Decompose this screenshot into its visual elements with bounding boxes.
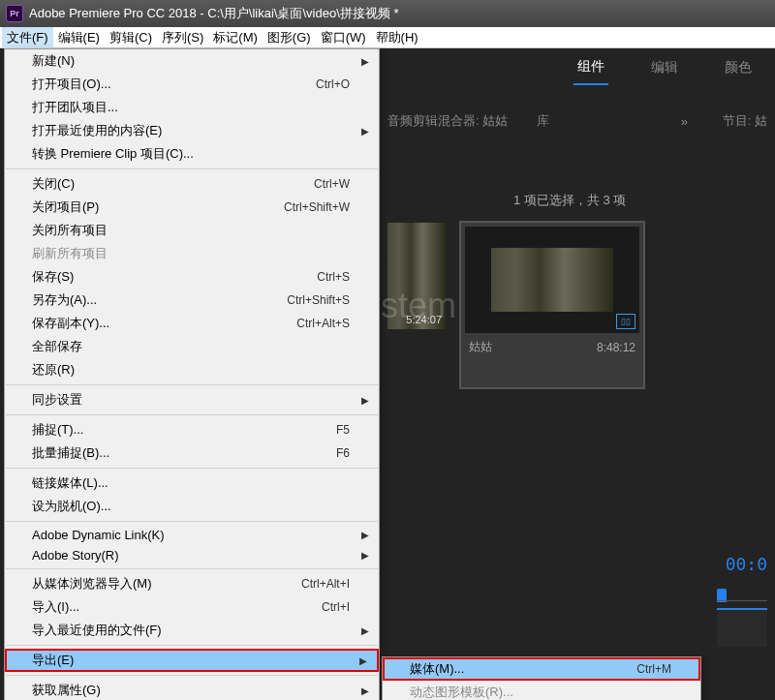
file-menu-item[interactable]: 打开项目(O)...Ctrl+O xyxy=(5,73,379,96)
thumbnail-name: 姑姑 xyxy=(469,339,492,355)
app-icon: Pr xyxy=(6,5,23,22)
menu-shortcut: Ctrl+Alt+S xyxy=(296,317,350,330)
menu-separator xyxy=(6,168,378,169)
menu-separator xyxy=(6,645,378,646)
file-menu-item[interactable]: 关闭所有项目 xyxy=(5,219,379,242)
file-menu-item[interactable]: 打开最近使用的内容(E)▶ xyxy=(5,119,379,142)
timeline-ruler[interactable] xyxy=(717,589,767,602)
panel-tab-overflow[interactable]: » xyxy=(681,114,688,129)
workspace-tab-assembly[interactable]: 组件 xyxy=(574,50,608,85)
menu-shortcut: F6 xyxy=(336,446,350,460)
menu-file[interactable]: 文件(F) xyxy=(2,27,53,48)
thumbnail-meta: 姑姑 8:48:12 xyxy=(465,333,639,355)
submenu-arrow-icon: ▶ xyxy=(361,530,369,540)
file-menu-item[interactable]: 同步设置▶ xyxy=(5,388,379,411)
menu-shortcut: Ctrl+O xyxy=(316,77,350,91)
submenu-arrow-icon: ▶ xyxy=(361,56,369,67)
panel-tab-library[interactable]: 库 xyxy=(537,112,549,130)
file-menu-item[interactable]: 全部保存 xyxy=(5,335,379,358)
menu-item-label: 动态图形模板(R)... xyxy=(410,684,513,700)
file-menu-item[interactable]: 导入最近使用的文件(F)▶ xyxy=(5,619,379,642)
menu-clip[interactable]: 剪辑(C) xyxy=(105,27,157,48)
workspace-tabs: 组件 编辑 颜色 xyxy=(380,48,775,87)
program-timecode[interactable]: 00:0 xyxy=(726,554,767,574)
workspace-tab-editing[interactable]: 编辑 xyxy=(647,51,682,84)
menu-item-label: 设为脱机(O)... xyxy=(32,498,111,515)
workspace-tab-color[interactable]: 颜色 xyxy=(721,51,756,84)
file-menu-item[interactable]: 链接媒体(L)... xyxy=(5,472,379,495)
menu-edit[interactable]: 编辑(E) xyxy=(53,27,105,48)
panel-tab-program[interactable]: 节目: 姑 xyxy=(723,112,767,130)
submenu-arrow-icon: ▶ xyxy=(361,685,369,696)
menu-shortcut: Ctrl+M xyxy=(636,662,671,676)
menu-item-label: 转换 Premiere Clip 项目(C)... xyxy=(32,145,194,163)
menu-separator xyxy=(6,521,378,522)
file-menu-dropdown: 新建(N)▶打开项目(O)...Ctrl+O打开团队项目...打开最近使用的内容… xyxy=(4,48,380,700)
file-menu-item[interactable]: 获取属性(G)▶ xyxy=(5,679,379,700)
menu-marker[interactable]: 标记(M) xyxy=(208,27,263,48)
menu-item-label: 打开团队项目... xyxy=(32,99,118,116)
selection-status: 1 项已选择，共 3 项 xyxy=(513,192,626,209)
menu-item-label: Adobe Story(R) xyxy=(32,548,119,563)
menu-item-label: 打开项目(O)... xyxy=(32,76,111,93)
file-menu-item[interactable]: 打开团队项目... xyxy=(5,96,379,119)
file-menu-item[interactable]: 还原(R) xyxy=(5,358,379,381)
export-submenu: 媒体(M)...Ctrl+M动态图形模板(R)... xyxy=(382,656,701,700)
menu-item-label: 关闭所有项目 xyxy=(32,222,108,239)
menu-separator xyxy=(6,384,378,385)
menu-item-label: 媒体(M)... xyxy=(410,660,464,678)
menu-separator xyxy=(6,468,378,469)
menu-item-label: 导入最近使用的文件(F) xyxy=(32,622,162,639)
thumbnail-item-selected[interactable]: ▯▯ 姑姑 8:48:12 xyxy=(461,223,643,387)
export-menu-item[interactable]: 媒体(M)...Ctrl+M xyxy=(383,657,700,681)
submenu-arrow-icon: ▶ xyxy=(361,625,369,636)
file-menu-item[interactable]: 保存副本(Y)...Ctrl+Alt+S xyxy=(5,312,379,335)
window-title: Adobe Premiere Pro CC 2018 - C:\用户\likai… xyxy=(29,5,398,22)
file-menu-item[interactable]: Adobe Story(R)▶ xyxy=(5,545,379,565)
submenu-arrow-icon: ▶ xyxy=(361,126,369,137)
file-menu-item[interactable]: 批量捕捉(B)...F6 xyxy=(5,441,379,465)
menu-item-label: 导入(I)... xyxy=(32,598,79,616)
file-menu-item[interactable]: 捕捉(T)...F5 xyxy=(5,418,379,441)
menu-item-label: 保存副本(Y)... xyxy=(32,315,109,332)
menu-item-label: 关闭(C) xyxy=(32,175,75,193)
file-menu-item[interactable]: 新建(N)▶ xyxy=(5,49,379,73)
menu-item-label: 导出(E) xyxy=(32,652,74,669)
menu-separator xyxy=(6,675,378,676)
menu-item-label: 打开最近使用的内容(E) xyxy=(32,122,162,139)
file-menu-item[interactable]: Adobe Dynamic Link(K)▶ xyxy=(5,525,379,545)
menubar: 文件(F) 编辑(E) 剪辑(C) 序列(S) 标记(M) 图形(G) 窗口(W… xyxy=(0,27,775,48)
thumbnail-image: 5:24:07 xyxy=(388,223,446,329)
file-menu-item[interactable]: 从媒体浏览器导入(M)Ctrl+Alt+I xyxy=(5,572,379,595)
file-menu-item[interactable]: 导入(I)...Ctrl+I xyxy=(5,595,379,619)
file-menu-item[interactable]: 关闭项目(P)Ctrl+Shift+W xyxy=(5,196,379,219)
menu-window[interactable]: 窗口(W) xyxy=(316,27,371,48)
menu-graphics[interactable]: 图形(G) xyxy=(263,27,316,48)
panel-tab-audio-mixer[interactable]: 音频剪辑混合器: 姑姑 xyxy=(388,112,508,130)
file-menu-item[interactable]: 导出(E)▶ xyxy=(5,649,379,672)
file-menu-item[interactable]: 另存为(A)...Ctrl+Shift+S xyxy=(5,289,379,312)
file-menu-item[interactable]: 关闭(C)Ctrl+W xyxy=(5,172,379,196)
file-menu-item[interactable]: 设为脱机(O)... xyxy=(5,495,379,518)
menu-item-label: 还原(R) xyxy=(32,361,75,379)
menu-shortcut: Ctrl+S xyxy=(317,270,350,284)
menu-help[interactable]: 帮助(H) xyxy=(371,27,423,48)
submenu-arrow-icon: ▶ xyxy=(359,655,367,666)
timeline-area[interactable] xyxy=(717,608,767,647)
menu-item-label: 保存(S) xyxy=(32,268,74,286)
menu-item-label: 链接媒体(L)... xyxy=(32,474,108,492)
submenu-arrow-icon: ▶ xyxy=(361,550,369,561)
thumbnail-item[interactable]: 5:24:07 xyxy=(388,223,446,387)
menu-shortcut: Ctrl+I xyxy=(322,600,350,614)
thumbnail-image: ▯▯ xyxy=(465,227,639,333)
file-menu-item[interactable]: 转换 Premiere Clip 项目(C)... xyxy=(5,142,379,166)
menu-sequence[interactable]: 序列(S) xyxy=(157,27,208,48)
menu-shortcut: F5 xyxy=(336,423,350,437)
sequence-badge-icon: ▯▯ xyxy=(616,314,636,329)
menu-item-label: 全部保存 xyxy=(32,338,82,355)
menu-shortcut: Ctrl+Shift+W xyxy=(284,200,350,214)
file-menu-item[interactable]: 保存(S)Ctrl+S xyxy=(5,265,379,289)
menu-item-label: 从媒体浏览器导入(M) xyxy=(32,575,152,593)
menu-separator xyxy=(6,568,378,569)
menu-item-label: Adobe Dynamic Link(K) xyxy=(32,528,165,542)
